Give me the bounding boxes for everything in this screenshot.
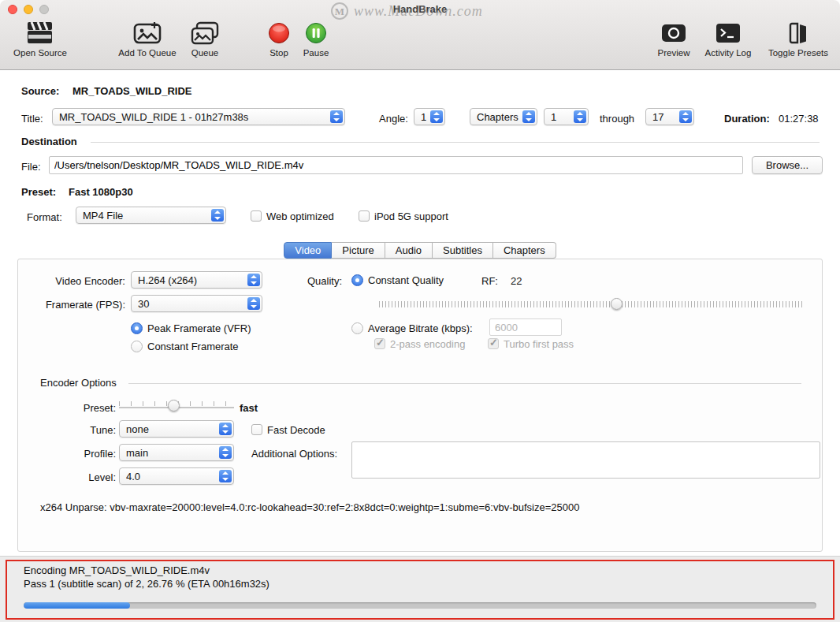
range-start-popup[interactable]: 1 xyxy=(544,108,589,125)
video-encoder-popup[interactable]: H.264 (x264) xyxy=(131,271,262,289)
tab-audio[interactable]: Audio xyxy=(385,242,433,259)
framerate-popup[interactable]: 30 xyxy=(131,295,262,312)
queue-icon xyxy=(191,20,219,47)
add-to-queue-icon xyxy=(133,20,162,47)
checkbox-icon xyxy=(251,210,262,222)
preview-button[interactable]: Preview xyxy=(652,20,695,65)
title-popup[interactable]: MR_TOADS_WILD_RIDE 1 - 01h27m38s xyxy=(52,108,345,125)
queue-button[interactable]: Queue xyxy=(184,20,225,65)
checkbox-icon xyxy=(359,210,370,222)
tune-popup[interactable]: none xyxy=(119,420,234,438)
format-popup[interactable]: MP4 File xyxy=(76,207,226,224)
format-popup-value: MP4 File xyxy=(83,210,207,222)
tab-bar: Video Picture Audio Subtitles Chapters xyxy=(0,242,840,259)
tab-picture[interactable]: Picture xyxy=(332,242,385,259)
queue-label: Queue xyxy=(191,48,219,58)
window-title: HandBrake xyxy=(0,3,840,15)
progress-bar xyxy=(24,602,816,609)
video-tab-panel: Video Encoder: H.264 (x264) Quality: Con… xyxy=(17,259,823,552)
angle-popup[interactable]: 1 xyxy=(414,108,445,125)
video-encoder-value: H.264 (x264) xyxy=(138,274,243,286)
popup-chevrons-icon xyxy=(219,423,232,435)
progress-fill xyxy=(24,602,130,609)
add-to-queue-label: Add To Queue xyxy=(118,48,176,58)
fast-decode-label: Fast Decode xyxy=(267,424,325,436)
constant-framerate-radio[interactable]: Constant Framerate xyxy=(131,339,239,353)
turbo-first-pass-checkbox: Turbo first pass xyxy=(488,337,574,351)
toggle-presets-button[interactable]: Toggle Presets xyxy=(761,20,835,65)
source-value: MR_TOADS_WILD_RIDE xyxy=(72,84,191,99)
title-popup-value: MR_TOADS_WILD_RIDE 1 - 01h27m38s xyxy=(59,111,326,123)
tune-value: none xyxy=(126,423,215,435)
additional-options-textarea[interactable] xyxy=(351,441,820,479)
ipod-5g-label: iPod 5G support xyxy=(374,210,448,222)
popup-chevrons-icon xyxy=(330,110,343,123)
x264-unparse-text: x264 Unparse: vbv-maxrate=20000:level=4.… xyxy=(40,500,579,516)
checkbox-checked-icon xyxy=(374,338,385,349)
encoder-preset-label: Preset: xyxy=(18,400,116,416)
checkbox-checked-icon xyxy=(488,338,499,349)
terminal-icon xyxy=(715,20,742,47)
constant-quality-radio[interactable]: Constant Quality xyxy=(351,273,444,287)
range-end-popup[interactable]: 17 xyxy=(645,108,694,125)
through-label: through xyxy=(600,111,634,127)
pause-label: Pause xyxy=(303,48,329,58)
activity-log-button[interactable]: Activity Log xyxy=(698,20,758,65)
format-label: Format: xyxy=(27,210,62,225)
constant-quality-label: Constant Quality xyxy=(368,274,444,286)
stop-icon xyxy=(268,20,290,47)
add-to-queue-button[interactable]: Add To Queue xyxy=(113,20,182,65)
status-bar: Encoding MR_TOADS_WILD_RIDE.m4v Pass 1 (… xyxy=(0,556,840,622)
destination-divider xyxy=(91,142,820,143)
browse-button[interactable]: Browse... xyxy=(752,156,823,174)
popup-chevrons-icon xyxy=(679,110,692,123)
slider-ticks xyxy=(379,301,803,307)
profile-popup[interactable]: main xyxy=(119,444,234,461)
file-path-input[interactable] xyxy=(49,156,743,174)
encoder-options-header: Encoder Options xyxy=(40,375,117,391)
open-source-button[interactable]: Open Source xyxy=(5,20,76,65)
duration-label: Duration: xyxy=(724,111,770,127)
presets-icon xyxy=(786,20,810,47)
tab-video[interactable]: Video xyxy=(284,242,332,259)
encoder-preset-slider[interactable] xyxy=(119,400,234,412)
fast-decode-checkbox[interactable]: Fast Decode xyxy=(251,423,325,437)
window-header: HandBrake M www.MacDown.com Open Source xyxy=(0,0,840,70)
encoder-preset-slider-thumb[interactable] xyxy=(168,400,180,412)
stop-button[interactable]: Stop xyxy=(263,20,295,65)
file-label: File: xyxy=(21,159,41,175)
popup-chevrons-icon xyxy=(247,297,260,310)
peak-framerate-radio[interactable]: Peak Framerate (VFR) xyxy=(131,321,251,335)
range-type-popup[interactable]: Chapters xyxy=(470,108,537,125)
profile-label: Profile: xyxy=(18,446,116,462)
open-source-label: Open Source xyxy=(13,48,67,58)
radio-off-icon xyxy=(351,322,363,334)
range-start-value: 1 xyxy=(551,111,570,123)
level-value: 4.0 xyxy=(126,471,215,482)
web-optimized-checkbox[interactable]: Web optimized xyxy=(251,209,334,223)
encoder-options-divider xyxy=(128,383,801,384)
framerate-label: Framerate (FPS): xyxy=(18,297,125,313)
quality-slider-thumb[interactable] xyxy=(611,298,623,310)
preview-icon xyxy=(660,20,687,47)
popup-chevrons-icon xyxy=(211,209,224,222)
activity-log-label: Activity Log xyxy=(705,48,752,58)
level-popup[interactable]: 4.0 xyxy=(119,467,234,485)
preview-label: Preview xyxy=(658,48,690,58)
video-encoder-label: Video Encoder: xyxy=(18,274,125,289)
angle-popup-value: 1 xyxy=(421,111,426,123)
profile-value: main xyxy=(126,447,215,459)
bitrate-input xyxy=(489,318,562,336)
turbo-first-pass-label: Turbo first pass xyxy=(504,338,574,350)
radio-on-icon xyxy=(351,274,363,286)
popup-chevrons-icon xyxy=(574,110,586,123)
tab-chapters[interactable]: Chapters xyxy=(493,242,556,259)
ipod-5g-checkbox[interactable]: iPod 5G support xyxy=(359,209,448,223)
average-bitrate-radio[interactable]: Average Bitrate (kbps): xyxy=(351,321,473,335)
tab-subtitles[interactable]: Subtitles xyxy=(433,242,493,259)
pause-button[interactable]: Pause xyxy=(298,20,334,65)
title-label: Title: xyxy=(21,111,43,127)
quality-slider[interactable] xyxy=(379,298,803,311)
average-bitrate-label: Average Bitrate (kbps): xyxy=(368,322,473,334)
source-label: Source: xyxy=(21,84,59,99)
